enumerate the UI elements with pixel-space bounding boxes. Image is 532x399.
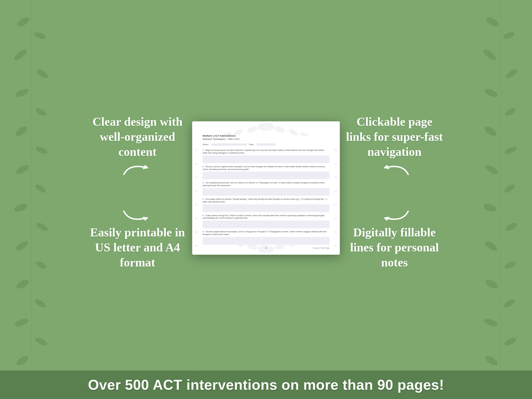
doc-item-1-text: 1. Begin by introducing the concept of d… xyxy=(203,149,329,154)
svg-point-61 xyxy=(194,257,199,262)
right-panel: Clickable page links for super-fast navi… xyxy=(345,106,444,270)
doc-side-right-decoration xyxy=(332,136,340,240)
svg-point-85 xyxy=(333,353,338,357)
doc-item-3: 3. Use metaphorical exercises, such as "… xyxy=(203,181,329,196)
arrow-right-icon-2 xyxy=(121,206,154,225)
feature-text-fillable: Digitally fillable lines for personal no… xyxy=(345,225,444,270)
doc-fillable-box-6[interactable] xyxy=(203,237,329,245)
svg-point-74 xyxy=(333,203,338,207)
doc-name-label: Name: xyxy=(203,143,209,146)
doc-fillable-box-2[interactable] xyxy=(203,172,329,179)
doc-fillable-box-4[interactable] xyxy=(203,204,329,212)
svg-point-51 xyxy=(265,125,267,128)
doc-item-5: 5. Guide mothers through the "Thank You … xyxy=(203,214,329,228)
doc-item-4-text: 4. Encourage mothers to practice "though… xyxy=(203,198,329,203)
doc-item-2: 2. Discuss common cognitive fusion examp… xyxy=(203,165,329,180)
svg-point-71 xyxy=(333,162,338,166)
doc-item-3-text: 3. Use metaphorical exercises, such as "… xyxy=(203,181,329,187)
svg-point-79 xyxy=(333,271,338,275)
feature-text-clickable: Clickable page links for super-fast navi… xyxy=(345,114,444,159)
doc-fillable-box-1[interactable] xyxy=(203,156,329,163)
svg-point-66 xyxy=(194,326,199,330)
doc-item-4: 4. Encourage mothers to practice "though… xyxy=(203,198,329,212)
feature-2-right: Digitally fillable lines for personal no… xyxy=(345,206,444,270)
svg-point-69 xyxy=(194,367,199,371)
svg-point-46 xyxy=(274,125,286,134)
doc-page-number: 16 xyxy=(245,247,287,249)
doc-footer: 16 + Back to First Page xyxy=(203,247,329,249)
doc-fillable-box-5[interactable] xyxy=(203,221,329,228)
svg-point-58 xyxy=(194,216,199,220)
doc-item-6: 6. Introduce playful defusion techniques… xyxy=(203,230,329,245)
top-area: Clear design with well-organized content… xyxy=(0,0,532,371)
svg-point-86 xyxy=(333,367,338,371)
feature-1-left: Clear design with well-organized content xyxy=(88,114,187,178)
svg-point-67 xyxy=(194,339,199,344)
feature-2-left: Easily printable in US letter and A4 for… xyxy=(88,206,187,270)
arrow-left-icon-1 xyxy=(378,159,411,178)
svg-point-57 xyxy=(194,203,199,207)
svg-point-80 xyxy=(333,285,338,289)
doc-date-label: Date: xyxy=(249,143,254,146)
svg-point-76 xyxy=(333,230,338,234)
svg-point-83 xyxy=(333,326,338,330)
bottom-banner-text: Over 500 ACT interventions on more than … xyxy=(5,377,527,393)
doc-item-1: 1. Begin by introducing the concept of d… xyxy=(203,149,329,163)
main-container: Clear design with well-organized content… xyxy=(0,0,532,399)
svg-point-75 xyxy=(333,216,338,220)
doc-name-input[interactable] xyxy=(211,143,247,146)
doc-item-5-text: 5. Guide mothers through the "Thank You … xyxy=(203,214,329,220)
svg-point-68 xyxy=(194,353,199,357)
svg-point-82 xyxy=(333,312,338,316)
svg-point-53 xyxy=(194,148,199,152)
feature-1-right: Clickable page links for super-fast navi… xyxy=(345,114,444,178)
doc-subtitle: Defusion Techniques – Part 1 of 4 xyxy=(203,138,329,140)
svg-point-64 xyxy=(194,298,199,302)
feature-text-clear-design: Clear design with well-organized content xyxy=(88,114,187,159)
svg-point-52 xyxy=(265,123,267,124)
svg-point-81 xyxy=(333,298,338,302)
doc-fields-row: Name: Date: xyxy=(203,143,329,146)
svg-point-73 xyxy=(333,189,338,193)
svg-point-63 xyxy=(194,285,199,289)
doc-item-2-text: 2. Discuss common cognitive fusion examp… xyxy=(203,165,329,171)
svg-point-78 xyxy=(333,257,338,262)
arrow-right-icon-1 xyxy=(121,159,154,178)
svg-point-45 xyxy=(246,125,258,134)
doc-back-link[interactable]: + Back to First Page xyxy=(287,247,329,249)
svg-point-65 xyxy=(194,312,199,316)
doc-item-6-text: 6. Introduce playful defusion techniques… xyxy=(203,230,329,236)
left-panel: Clear design with well-organized content… xyxy=(88,106,187,270)
arrow-left-icon-2 xyxy=(378,206,411,225)
svg-point-93 xyxy=(265,252,267,253)
document: Mothers | ACT Interventions: Defusion Te… xyxy=(192,121,340,255)
doc-top-decoration xyxy=(192,121,340,136)
doc-date-input[interactable] xyxy=(256,143,276,146)
svg-point-62 xyxy=(194,271,199,275)
svg-point-84 xyxy=(333,339,338,344)
svg-point-72 xyxy=(333,175,338,179)
svg-point-59 xyxy=(194,230,199,234)
document-wrapper: Mothers | ACT Interventions: Defusion Te… xyxy=(187,116,345,260)
svg-point-55 xyxy=(194,175,199,179)
svg-point-70 xyxy=(333,148,338,152)
svg-point-54 xyxy=(194,162,199,166)
svg-point-56 xyxy=(194,189,199,193)
doc-fillable-box-3[interactable] xyxy=(203,188,329,196)
doc-side-left-decoration xyxy=(192,136,200,240)
doc-title: Mothers | ACT Interventions: xyxy=(203,134,329,137)
feature-text-printable: Easily printable in US letter and A4 for… xyxy=(88,225,187,270)
bottom-banner: Over 500 ACT interventions on more than … xyxy=(0,371,532,399)
